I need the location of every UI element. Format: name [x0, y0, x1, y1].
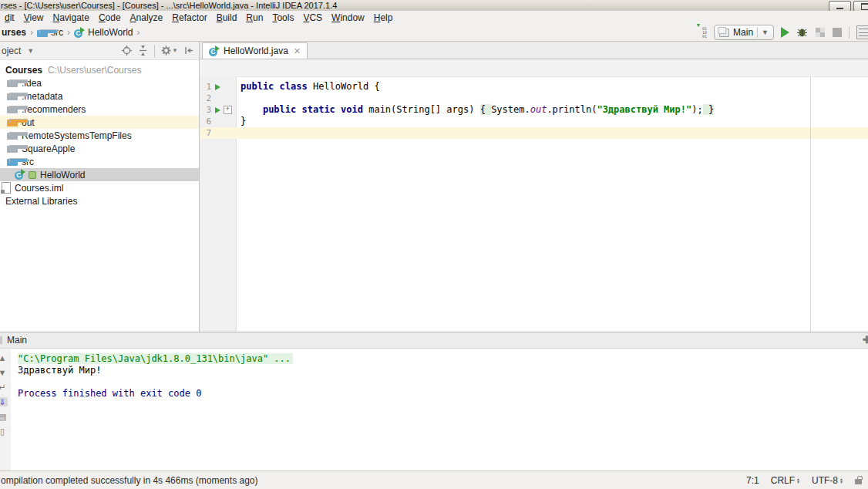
project-panel-title[interactable]: oject [2, 46, 21, 56]
chevron-down-icon: ▼ [757, 27, 769, 38]
window-title: rses - [C:\Users\user\Courses] - [Course… [1, 0, 337, 11]
menu-view[interactable]: View [19, 12, 49, 24]
coverage-icon[interactable] [815, 27, 826, 38]
gutter-line-2: 2 [200, 93, 236, 104]
collapse-all-icon[interactable] [138, 46, 148, 56]
run-panel-header: Main ✚ [0, 332, 868, 349]
code-text[interactable] [236, 93, 868, 104]
tree-item-recommenders[interactable]: .recommenders [0, 103, 199, 116]
breadcrumb-item-urses[interactable]: urses [2, 27, 26, 38]
editor-line-6: 6} [200, 116, 868, 127]
tree-item-remotesystemstempfiles[interactable]: RemoteSystemsTempFiles [0, 129, 199, 142]
print-icon[interactable]: ▤ [0, 412, 8, 421]
console-line [18, 376, 868, 388]
run-line-icon[interactable] [215, 107, 220, 113]
module-file-icon [2, 182, 11, 194]
folder-icon [7, 118, 18, 126]
toolbar-partial-icon[interactable] [856, 25, 868, 39]
close-icon[interactable]: ✕ [294, 46, 301, 56]
menu-window[interactable]: Window [327, 12, 369, 24]
menu-run[interactable]: Run [241, 12, 267, 24]
title-bar: rses - [C:\Users\user\Courses] - [Course… [0, 0, 868, 11]
navigation-toolbar: urses›src›CHelloWorld› 011001 Main ▼ [0, 24, 868, 42]
tree-item-label: RemoteSystemsTempFiles [22, 130, 132, 141]
run-line-icon[interactable] [215, 84, 220, 90]
editor-line-7: 7 [200, 127, 868, 139]
tree-item-courses[interactable]: CoursesC:\Users\user\Courses [0, 63, 199, 76]
console-output[interactable]: "C:\Program Files\Java\jdk1.8.0_131\bin\… [11, 349, 868, 471]
tree-item-out[interactable]: out [0, 116, 199, 129]
run-configuration-selector[interactable]: Main ▼ [714, 25, 774, 40]
breadcrumb-label: HelloWorld [88, 27, 133, 38]
menu-help[interactable]: Help [369, 12, 398, 24]
locate-icon[interactable] [122, 46, 132, 56]
maximize-button[interactable] [853, 1, 868, 11]
menu-vcs[interactable]: VCS [298, 12, 327, 24]
scroll-down-icon[interactable]: ▼ [0, 368, 8, 377]
code-text[interactable]: public class HelloWorld { [236, 81, 868, 93]
minimize-button[interactable] [829, 1, 851, 11]
make-project-icon[interactable]: 011001 [695, 27, 707, 39]
right-margin-guide [810, 76, 811, 332]
hide-panel-icon[interactable] [184, 46, 194, 56]
editor-tab-helloworld[interactable]: C HelloWorld.java ✕ [202, 42, 308, 59]
tree-item-label: SquareApple [22, 143, 75, 154]
menu-tools[interactable]: Tools [267, 12, 298, 24]
menu-navigate[interactable]: Navigate [49, 12, 94, 24]
run-overlay-icon [21, 169, 25, 175]
tree-item-squareapple[interactable]: SquareApple [0, 142, 199, 155]
updown-icon: ▲▼ [839, 477, 843, 484]
folder-icon [7, 105, 18, 113]
line-number: 6 [200, 116, 211, 127]
settings-gear-icon[interactable]: ▼ [161, 46, 178, 56]
folder-icon [7, 92, 18, 100]
clear-all-icon[interactable]: ▯ [0, 427, 8, 436]
tree-item-label: .recommenders [22, 104, 86, 115]
tree-item-label: External Libraries [5, 196, 77, 207]
chevron-right-icon: › [67, 27, 70, 38]
tree-item-src[interactable]: src [0, 155, 199, 168]
soft-wrap-icon[interactable]: ↵ [0, 383, 8, 392]
tree-item-idea[interactable]: .idea [0, 76, 199, 89]
menu-dit[interactable]: dit [0, 12, 19, 24]
toolbar-separator [849, 26, 849, 39]
debug-icon[interactable] [796, 27, 808, 39]
caret-position-widget[interactable]: 7:1 [746, 475, 759, 486]
editor-tab-label: HelloWorld.java [224, 46, 288, 56]
breadcrumb-item-helloworld[interactable]: CHelloWorld [74, 27, 133, 38]
gutter-line-6: 6 [200, 116, 236, 127]
breadcrumb: urses›src›CHelloWorld› [0, 27, 144, 38]
menu-analyze[interactable]: Analyze [126, 12, 168, 24]
folder-icon [7, 157, 18, 166]
panel-header-icon-partial[interactable]: ✚ [863, 334, 868, 346]
tree-item-helloworld[interactable]: CHelloWorld [0, 168, 199, 181]
lock-icon[interactable] [855, 479, 862, 484]
editor-code-area[interactable]: 1public class HelloWorld {23+ public sta… [200, 76, 868, 332]
scroll-up-icon[interactable]: ▲ [0, 353, 8, 363]
class-icon: C [74, 28, 85, 38]
tree-item-courses-iml[interactable]: Courses.iml [0, 181, 199, 194]
scroll-to-end-icon[interactable]: ⇓ [0, 397, 8, 406]
menu-refactor[interactable]: Refactor [167, 12, 211, 24]
run-button[interactable] [781, 27, 789, 38]
breadcrumb-item-src[interactable]: src [37, 27, 63, 38]
run-overlay-icon [80, 27, 85, 33]
run-tab-main[interactable]: Main [0, 335, 27, 346]
console-line: Process finished with exit code 0 [18, 388, 868, 400]
tree-item-metadata[interactable]: .metadata [0, 89, 199, 103]
code-text[interactable]: public static void main(String[] args) {… [236, 104, 868, 116]
tree-item-external-libraries[interactable]: External Libraries [0, 194, 199, 207]
fold-plus-icon[interactable]: + [224, 106, 232, 114]
gutter-line-7: 7 [200, 127, 236, 139]
status-message: ompilation completed successfully in 4s … [0, 475, 257, 486]
code-text[interactable] [236, 127, 868, 139]
menu-code[interactable]: Code [94, 12, 126, 24]
encoding-widget[interactable]: UTF-8 ▲▼ [812, 475, 843, 486]
chevron-right-icon: › [30, 27, 33, 38]
chevron-down-icon[interactable]: ▼ [27, 47, 34, 55]
code-text[interactable]: } [236, 116, 868, 127]
line-number: 7 [200, 127, 211, 139]
folder-icon [7, 144, 18, 153]
menu-build[interactable]: Build [212, 12, 242, 24]
line-separator-widget[interactable]: CRLF ▲▼ [771, 475, 800, 486]
